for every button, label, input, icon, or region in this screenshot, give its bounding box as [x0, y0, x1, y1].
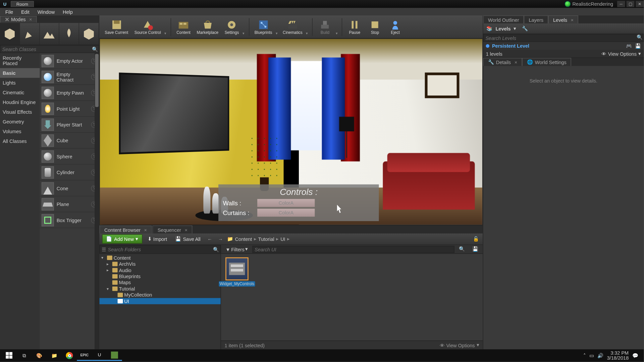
add-new-button[interactable]: 📄 Add New ▾	[102, 235, 142, 244]
import-button[interactable]: ⬇ Import	[145, 235, 170, 243]
cat-basic[interactable]: Basic	[0, 68, 40, 78]
close-icon[interactable]: ×	[184, 227, 187, 232]
cat-recently[interactable]: Recently Placed	[0, 53, 40, 68]
tree-node[interactable]: Maps	[100, 279, 221, 286]
actor-item[interactable]: Cone?	[40, 180, 99, 196]
save-search-icon[interactable]: 💾	[470, 245, 481, 253]
cinematics-button[interactable]: Cinematics	[280, 18, 305, 36]
actor-item[interactable]: Empty Pawn?	[40, 85, 99, 101]
cat-all[interactable]: All Classes	[0, 136, 40, 146]
asset-search-input[interactable]	[252, 246, 454, 253]
geometry-mode-icon[interactable]	[79, 23, 99, 45]
taskbar-epic[interactable]: EPIC	[77, 350, 92, 361]
search-icon[interactable]: 🔍	[212, 247, 220, 252]
content-browser-tab[interactable]: Content Browser×	[100, 225, 152, 234]
actor-item[interactable]: Empty Charact?	[40, 69, 99, 85]
walls-colora-button[interactable]: ColorA	[257, 199, 315, 207]
modes-search-input[interactable]	[0, 46, 92, 52]
dropdown-icon[interactable]	[243, 15, 246, 38]
view-options-button[interactable]: 👁 View Options ▾	[440, 342, 479, 348]
settings-button[interactable]: Settings	[222, 18, 242, 36]
pause-button[interactable]: Pause	[345, 18, 364, 36]
task-view-button[interactable]: ⧉	[17, 350, 32, 361]
lock-icon[interactable]: 🔓	[472, 236, 480, 242]
save-current-button[interactable]: Save Current	[102, 18, 131, 36]
start-button[interactable]	[2, 350, 17, 361]
taskbar-app2[interactable]	[107, 350, 122, 361]
close-icon[interactable]: ×	[144, 227, 147, 232]
tree-toggle-icon[interactable]: ☰	[100, 247, 108, 252]
summon-icon[interactable]: 🔧	[521, 25, 528, 32]
levels-tab[interactable]: Levels×	[548, 15, 579, 23]
close-icon[interactable]: ×	[515, 59, 517, 65]
world-settings-tab[interactable]: 🌐 World Settings	[522, 58, 572, 66]
dropdown-icon[interactable]	[336, 15, 339, 38]
build-button[interactable]: Build	[315, 18, 335, 36]
curtains-colora-button[interactable]: ColorA	[257, 209, 315, 217]
source-control-status-icon[interactable]	[565, 1, 571, 7]
cat-cinematic[interactable]: Cinematic	[0, 88, 40, 97]
viewport[interactable]: Controls : Walls : ColorA Curtains : Col…	[100, 39, 482, 225]
dropdown-icon[interactable]	[276, 15, 279, 38]
folder-icon[interactable]: 📁	[227, 236, 233, 242]
folder-search[interactable]: ☰ 🔍	[100, 245, 221, 254]
menu-help[interactable]: Help	[59, 9, 76, 15]
tray-up-icon[interactable]: ˄	[583, 353, 586, 358]
actor-item[interactable]: Sphere?	[40, 149, 99, 164]
actor-item[interactable]: Cylinder?	[40, 164, 99, 180]
crumb-tutorial[interactable]: Tutorial	[258, 236, 274, 242]
gamepad-icon[interactable]: 🎮	[626, 43, 632, 49]
volume-icon[interactable]: 🔊	[597, 353, 603, 358]
taskbar-explorer[interactable]: 📁	[47, 350, 62, 361]
content-button[interactable]: Content	[174, 18, 193, 36]
asset-grid[interactable]: Widget_MyControls	[221, 254, 483, 341]
world-outliner-tab[interactable]: World Outliner	[483, 15, 524, 23]
tree-node[interactable]: ▾Tutorial	[100, 286, 221, 292]
level-row[interactable]: Persistent Level 🎮 💾	[483, 42, 644, 50]
tree-node[interactable]: MyCollection	[100, 292, 221, 298]
back-button[interactable]: ←	[206, 236, 214, 242]
foliage-mode-icon[interactable]	[59, 23, 79, 45]
cat-vfx[interactable]: Visual Effects	[0, 107, 40, 117]
stop-button[interactable]: Stop	[365, 18, 385, 36]
save-icon[interactable]: 💾	[635, 43, 641, 49]
details-tab[interactable]: 🔧 Details×	[483, 58, 522, 66]
search-icon[interactable]: 🔍	[636, 35, 643, 42]
dropdown-icon[interactable]	[164, 15, 168, 38]
view-options-button[interactable]: 👁 View Options ▾	[601, 51, 641, 57]
tree-node[interactable]: ▸Audio	[100, 267, 221, 273]
save-all-button[interactable]: 💾 Save All	[172, 235, 203, 243]
scrollbar[interactable]	[95, 53, 99, 349]
cat-houdini[interactable]: Houdini Engine	[0, 97, 40, 107]
cat-volumes[interactable]: Volumes	[0, 126, 40, 136]
tree-node[interactable]: UI	[100, 298, 221, 304]
close-icon[interactable]: ×	[571, 17, 573, 22]
system-tray[interactable]: ˄ ▭ 🔊 3:32 PM 3/18/2018 💬	[583, 351, 642, 360]
taskbar-app[interactable]: 🎨	[32, 350, 47, 361]
actor-item[interactable]: Plane?	[40, 196, 99, 212]
actor-item[interactable]: Point Light?	[40, 101, 99, 117]
actor-list[interactable]: Empty Actor? Empty Charact? Empty Pawn? …	[40, 53, 99, 349]
crumb-content[interactable]: Content	[235, 236, 252, 242]
level-tab[interactable]: Room	[11, 1, 34, 7]
actor-item[interactable]: Empty Actor?	[40, 53, 99, 69]
dropdown-icon[interactable]	[306, 15, 310, 38]
menu-window[interactable]: Window	[34, 9, 58, 15]
crumb-ui[interactable]: UI	[280, 236, 285, 242]
modes-tab[interactable]: Modes ×	[0, 16, 37, 22]
eject-button[interactable]: Eject	[386, 18, 405, 36]
search-icon[interactable]: 🔍	[92, 46, 99, 52]
marketplace-button[interactable]: Marketplace	[194, 18, 221, 36]
close-button[interactable]: ✕	[636, 1, 644, 7]
dropdown-icon[interactable]: ▾	[514, 25, 516, 31]
blueprints-button[interactable]: Blueprints	[252, 18, 275, 36]
forward-button[interactable]: →	[216, 236, 224, 242]
actor-item[interactable]: Player Start?	[40, 117, 99, 133]
notifications-icon[interactable]: 💬	[632, 353, 638, 358]
asset-item[interactable]: Widget_MyControls	[225, 257, 250, 287]
source-control-button[interactable]: Source Control	[132, 18, 164, 36]
cat-geometry[interactable]: Geometry	[0, 117, 40, 126]
taskbar-ue4[interactable]: U	[92, 350, 107, 361]
landscape-mode-icon[interactable]	[40, 23, 59, 45]
maximize-button[interactable]: ▢	[627, 1, 635, 7]
